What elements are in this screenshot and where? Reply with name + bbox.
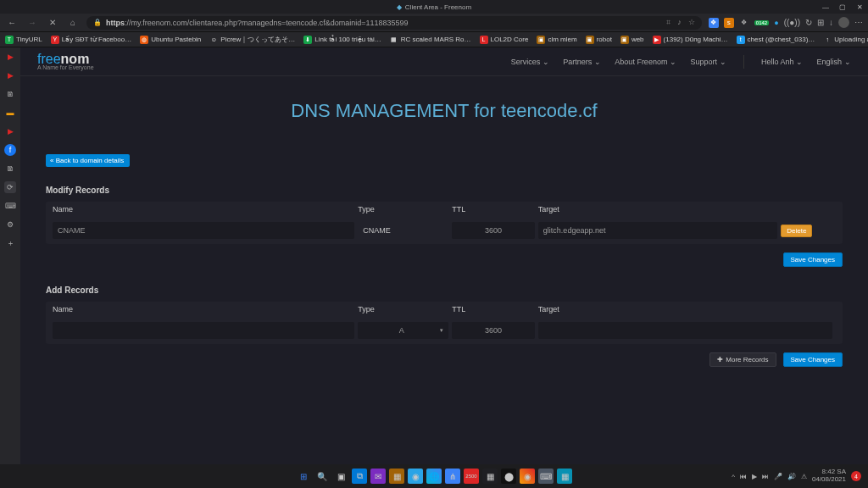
profile-icon[interactable]	[838, 17, 849, 28]
name-input[interactable]: CNAME	[53, 222, 354, 239]
bookmark-item[interactable]: ▣clm mlem	[537, 36, 576, 44]
bookmark-label: chest (@chest_033)…	[748, 36, 815, 43]
nav-forward[interactable]: →	[25, 18, 39, 27]
nav-partners[interactable]: Partners ⌄	[563, 55, 601, 69]
tray-play-icon[interactable]: ▶	[752, 473, 757, 480]
type-select[interactable]: A▾	[358, 322, 448, 339]
target-input[interactable]: glitch.edgeapp.net	[538, 222, 777, 239]
bookmark-item[interactable]: ↑Uploading a whole…	[823, 36, 868, 44]
app-icon[interactable]: ◉	[520, 469, 535, 484]
type-value: CNAME	[358, 222, 452, 239]
sidebar-tab-icon[interactable]: ⟳	[4, 181, 16, 193]
app-icon[interactable]: ⋔	[445, 469, 460, 484]
qr-icon[interactable]: ⌗	[666, 18, 670, 27]
bookmark-label: clm mlem	[548, 36, 576, 43]
app-icon[interactable]: ▦	[557, 469, 572, 484]
name-input[interactable]	[53, 322, 354, 339]
bookmark-item[interactable]: LLOL2D Core	[480, 36, 529, 44]
more-records-button[interactable]: ✚More Records	[709, 352, 776, 367]
ext-icon[interactable]: ❖	[709, 18, 719, 28]
window-close[interactable]: ✕	[851, 0, 868, 14]
save-changes-button[interactable]: Save Changes	[783, 252, 843, 267]
sidebar-chart-icon[interactable]: ▬	[4, 107, 16, 119]
tray-next-icon[interactable]: ⏭	[762, 473, 769, 480]
download-icon[interactable]: ↓	[829, 18, 833, 27]
nav-about[interactable]: About Freenom ⌄	[615, 55, 676, 69]
nav-home[interactable]: ⌂	[66, 18, 80, 27]
app-icon[interactable]: ⧉	[352, 469, 367, 484]
more-icon[interactable]: ⋯	[854, 18, 863, 27]
start-button[interactable]: ⊞	[296, 469, 311, 484]
table-header-row: Name Type TTL Target	[46, 202, 843, 217]
sidebar-key-icon[interactable]: ⌨	[4, 200, 16, 212]
tray-volume-icon[interactable]: 🔊	[787, 473, 796, 480]
app-icon[interactable]: ⌨	[538, 469, 554, 484]
bookmark-item[interactable]: tchest (@chest_033)…	[737, 36, 815, 44]
bookmark-label: robot	[597, 36, 612, 43]
nav-user[interactable]: Hello Anh ⌄	[761, 55, 804, 69]
sidebar-add-icon[interactable]: ＋	[4, 237, 16, 249]
ttl-input[interactable]: 3600	[452, 222, 535, 239]
delete-button[interactable]: Delete	[781, 225, 812, 237]
bookmark-label: web	[632, 36, 644, 43]
bookmark-item[interactable]: ▦RC scaled MARS Ro…	[390, 36, 471, 44]
bookmark-icon: ▣	[620, 36, 629, 44]
back-to-domain-button[interactable]: « Back to domain details	[46, 154, 130, 167]
lock-icon: 🔒	[93, 19, 102, 26]
nav-services[interactable]: Services ⌄	[511, 55, 550, 69]
target-input[interactable]	[538, 322, 832, 339]
nav-support[interactable]: Support ⌄	[690, 55, 726, 69]
sidebar-tab-icon[interactable]: ▶	[4, 51, 16, 63]
bookmark-item[interactable]: ▣robot	[586, 36, 612, 44]
logo[interactable]: freenom A Name for Everyone	[37, 53, 94, 70]
nav-stop[interactable]: ✕	[46, 18, 59, 27]
ext-icon[interactable]: s	[724, 18, 734, 28]
tray-notifications[interactable]: 4	[851, 471, 861, 481]
bookmark-item[interactable]: YLấy SĐT từ Faceboo…	[51, 36, 131, 44]
bookmark-item[interactable]: ◍Ubuntu Pastebin	[140, 36, 201, 44]
refresh-icon[interactable]: ↻	[805, 18, 812, 27]
tray-chevron[interactable]: ^	[732, 473, 735, 480]
window-maximize[interactable]: ▢	[834, 0, 851, 14]
bookmark-item[interactable]: ▶(1392) Dũng Machi…	[653, 36, 728, 44]
sidebar-settings-icon[interactable]: ⚙	[4, 219, 16, 230]
bookmark-label: Lấy SĐT từ Faceboo…	[62, 36, 131, 43]
tray-prev-icon[interactable]: ⏮	[740, 473, 747, 480]
bookmark-item[interactable]: ▣web	[620, 36, 644, 44]
tray-network-icon[interactable]: ⚠	[801, 473, 807, 480]
taskview-button[interactable]: ▣	[333, 469, 348, 484]
audio-icon[interactable]: ♪	[677, 18, 682, 27]
app-icon[interactable]: ▦	[389, 469, 404, 484]
bookmark-item[interactable]: TTinyURL	[5, 36, 42, 44]
ttl-input[interactable]: 3600	[452, 322, 535, 339]
app-icon[interactable]: ▦	[482, 469, 498, 484]
bookmark-item[interactable]: ☺Picrew｜つくってあそ…	[209, 35, 295, 44]
page-content: freenom A Name for Everyone Services ⌄ P…	[20, 47, 868, 464]
app-icon[interactable]: ⬤	[501, 469, 516, 484]
ext-icon[interactable]: ((●))	[784, 18, 800, 27]
sidebar-doc-icon[interactable]: 🗎	[4, 163, 16, 175]
app-icon[interactable]: 🌐	[426, 469, 442, 484]
bookmark-item[interactable]: ⬇Link tải 100 triệu tài…	[303, 36, 381, 44]
app-icon[interactable]: 2500	[464, 469, 479, 484]
search-button[interactable]: 🔍	[314, 469, 330, 484]
nav-back[interactable]: ←	[5, 18, 19, 27]
sidebar-tab-icon[interactable]: ▶	[4, 69, 16, 81]
tray-mic-icon[interactable]: 🎤	[774, 473, 782, 480]
sidebar-tab-icon[interactable]: ▶	[4, 125, 16, 137]
tray-clock[interactable]: 8:42 SA 04/08/2021	[812, 469, 846, 484]
sidebar-doc-icon[interactable]: 🗎	[4, 88, 16, 100]
ext-badge[interactable]: 0142	[754, 20, 769, 25]
ext-icon[interactable]: ❖	[739, 18, 749, 28]
sidebar-fb-icon[interactable]: f	[4, 144, 16, 156]
nav-language[interactable]: English ⌄	[816, 55, 851, 69]
collections-icon[interactable]: ⊞	[817, 18, 824, 27]
bookmark-icon: t	[737, 36, 745, 44]
app-icon[interactable]: ✉	[370, 469, 386, 484]
app-icon[interactable]: ◉	[408, 469, 423, 484]
save-changes-button[interactable]: Save Changes	[783, 352, 843, 367]
address-bar[interactable]: 🔒 https://my.freenom.com/clientarea.php?…	[86, 16, 702, 30]
window-minimize[interactable]: —	[817, 0, 834, 14]
ext-icon[interactable]: ●	[774, 19, 778, 27]
favorite-icon[interactable]: ☆	[688, 18, 695, 27]
